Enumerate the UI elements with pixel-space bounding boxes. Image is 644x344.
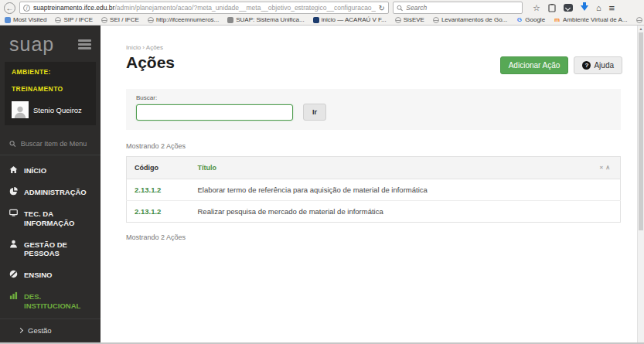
table-row: 2.13.1.2 Elaborar termo de referência pa…	[127, 179, 621, 201]
library-icon[interactable]	[548, 4, 556, 12]
user-panel: AMBIENTE: TREINAMENTO Stenio Queiroz	[5, 62, 96, 125]
sidebar-item-inicio[interactable]: INÍCIO	[0, 160, 101, 182]
home-icon[interactable]: ⌂	[596, 4, 601, 12]
bookmark-label: SUAP: Sistema Unifica...	[236, 16, 304, 23]
bar-chart-icon	[9, 291, 18, 300]
codigo-cell: 2.13.1.2	[127, 179, 190, 201]
codigo-link[interactable]: 2.13.1.2	[135, 207, 161, 216]
url-bar[interactable]: i suaptreinamento.ifce.edu.br/admin/plan…	[19, 2, 389, 14]
site-info-icon[interactable]: i	[23, 5, 30, 12]
person-icon	[9, 240, 18, 248]
menu-search-input[interactable]	[21, 140, 91, 148]
browser-search-bar[interactable]	[393, 2, 523, 14]
sidebar-item-tec-da-informacao[interactable]: TEC. DA INFORMAÇÃO	[0, 203, 101, 234]
bookmark-item[interactable]: Most Visited	[5, 16, 46, 23]
environment-label: AMBIENTE:	[12, 68, 89, 76]
sidebar-item-ensino[interactable]: ENSINO	[0, 264, 101, 286]
sidebar-subitem-gestao[interactable]: Gestão	[0, 318, 101, 342]
bookmark-label: Levantamentos de Go...	[441, 16, 507, 23]
codigo-cell: 2.13.1.2	[127, 201, 190, 223]
bookmark-label: SIP / IFCE	[63, 16, 93, 23]
sidebar-item-gestao-de-pessoas[interactable]: GESTÃO DE PESSOAS	[0, 234, 101, 265]
globe-icon	[636, 17, 642, 23]
sidebar: suap AMBIENTE: TREINAMENTO Stenio Queiro…	[0, 26, 101, 342]
breadcrumb: Início › Ações	[126, 44, 621, 51]
downloads-icon[interactable]	[581, 5, 588, 11]
bookmark-label: SisEVE	[404, 16, 424, 23]
scroll-up-arrow-icon[interactable]: ▲	[638, 26, 644, 32]
bookmark-label: SEI / IFCE	[110, 16, 139, 23]
bookmarks-bar: Most Visited SIP / IFCE SEI / IFCE http:…	[0, 15, 644, 25]
url-path: /admin/planejamento/acao/?meta_unidade__…	[114, 4, 375, 12]
compass-icon	[9, 270, 18, 278]
globe-icon	[148, 17, 154, 23]
sidebar-submenu: Gestão Planejamento	[0, 318, 101, 342]
bookmark-item[interactable]: SD Admin 2 - Bootstra...	[636, 16, 644, 23]
moodle-icon: m	[554, 16, 561, 23]
table-row: 2.13.1.2 Realizar pesquisa de mercado de…	[127, 201, 621, 223]
url-domain: suaptreinamento.ifce.edu.br	[33, 4, 114, 12]
monitor-icon	[9, 209, 18, 217]
search-icon	[9, 140, 16, 148]
help-button[interactable]: ? Ajuda	[574, 56, 622, 74]
sidebar-hamburger-icon[interactable]	[78, 38, 91, 52]
menu-hamburger-icon[interactable]: ≡	[609, 2, 615, 14]
bookmark-label: http://ifceemnumeros...	[156, 16, 219, 23]
page-actions: Adicionar Ação ? Ajuda	[500, 56, 622, 74]
scrollbar-thumb[interactable]	[639, 32, 643, 230]
sort-asc-icon[interactable]: ∧	[605, 164, 612, 171]
sort-controls[interactable]: ×∧	[599, 164, 612, 171]
sidebar-item-des-institucional[interactable]: DES. INSTITUCIONAL	[0, 286, 101, 317]
page-body: suap AMBIENTE: TREINAMENTO Stenio Queiro…	[0, 26, 644, 342]
most-visited-icon	[5, 17, 11, 23]
breadcrumb-home-link[interactable]: Início	[126, 44, 141, 51]
browser-window: ← i suaptreinamento.ifce.edu.br/admin/pl…	[0, 0, 644, 344]
bookmark-item[interactable]: http://ifceemnumeros...	[148, 16, 219, 23]
pie-chart-icon	[9, 187, 18, 196]
bookmark-label: Google	[525, 16, 545, 23]
question-icon: ?	[582, 61, 591, 70]
go-button[interactable]: Ir	[303, 104, 326, 121]
search-icon	[397, 5, 403, 12]
column-header-titulo[interactable]: ×∧ Título	[190, 157, 621, 179]
vertical-scrollbar[interactable]: ▲	[637, 26, 644, 342]
reload-icon[interactable]: ↻	[379, 4, 385, 12]
bookmark-item[interactable]: SIP / IFCE	[55, 16, 93, 23]
breadcrumb-current: Ações	[146, 44, 163, 51]
main-content: Início › Ações Ações Adicionar Ação ? Aj…	[101, 26, 644, 342]
search-label: Buscar:	[136, 94, 611, 101]
toolbar-icons: ☆ ⌂ ≡	[533, 2, 615, 14]
suap-logo: suap	[9, 35, 54, 54]
bookmark-star-icon[interactable]: ☆	[533, 4, 540, 12]
codigo-link[interactable]: 2.13.1.2	[135, 186, 161, 194]
browser-search-input[interactable]	[406, 4, 519, 12]
bookmark-item[interactable]: SisEVE	[395, 16, 424, 23]
sidebar-item-administracao[interactable]: ADMINISTRAÇÃO	[0, 182, 101, 203]
bookmark-label: Most Visited	[13, 16, 46, 23]
bookmark-item[interactable]: mAmbiente Virtual de A...	[554, 16, 627, 23]
menu-search[interactable]	[0, 131, 101, 155]
search-input[interactable]	[136, 104, 293, 121]
bookmark-item[interactable]: GGoogle	[516, 16, 545, 23]
column-header-codigo[interactable]: Código	[127, 157, 190, 179]
user-name[interactable]: Stenio Queiroz	[33, 106, 82, 114]
pocket-icon[interactable]	[564, 4, 573, 12]
table-header-row: Código ×∧ Título	[127, 157, 621, 179]
environment-value: TREINAMENTO	[12, 85, 89, 93]
url-text: suaptreinamento.ifce.edu.br/admin/planej…	[33, 4, 376, 12]
filter-panel: Buscar: Ir	[126, 89, 621, 130]
titulo-cell: Elaborar termo de referência para aquisi…	[190, 179, 621, 201]
back-icon[interactable]: ←	[4, 2, 15, 14]
bookmark-item[interactable]: inicio — ACARAÚ V F...	[313, 16, 387, 23]
globe-icon	[433, 17, 439, 23]
remove-sort-icon[interactable]: ×	[599, 164, 605, 171]
globe-icon	[55, 17, 61, 23]
bookmark-item[interactable]: Levantamentos de Go...	[433, 16, 507, 23]
sidebar-subitem-planejamento[interactable]: Planejamento	[0, 342, 101, 342]
globe-icon	[101, 17, 107, 23]
actions-table: Código ×∧ Título 2.13.1.2 Elaborar termo…	[126, 156, 621, 223]
add-action-button[interactable]: Adicionar Ação	[500, 56, 569, 74]
bookmark-item[interactable]: SEI / IFCE	[101, 16, 139, 23]
bookmark-item[interactable]: SUAP: Sistema Unifica...	[227, 16, 304, 23]
google-icon: G	[516, 16, 523, 23]
